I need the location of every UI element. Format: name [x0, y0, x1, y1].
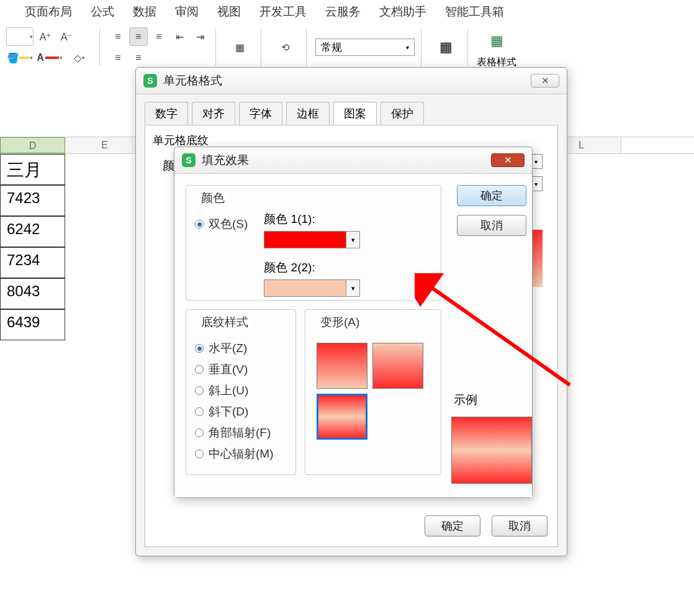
style-vertical-radio[interactable]: 垂直(V) [195, 361, 287, 378]
align-top-button[interactable]: ≡ [109, 27, 127, 46]
dialog-titlebar[interactable]: S 单元格格式 ✕ [136, 68, 567, 94]
fill-cancel-button[interactable]: 取消 [457, 215, 526, 236]
ribbon-tab[interactable]: 视图 [217, 4, 241, 20]
ribbon-tab[interactable]: 页面布局 [25, 4, 72, 20]
table-style-icon: ▦ [490, 33, 503, 49]
font-size-combo[interactable]: ▾ [6, 27, 34, 46]
align-center-button[interactable]: ≡ [129, 48, 148, 67]
format-cancel-button[interactable]: 取消 [492, 515, 548, 537]
color1-dropdown[interactable]: ▾ [264, 231, 360, 248]
style-corner-radio[interactable]: 角部辐射(F) [195, 425, 287, 441]
align-left-button[interactable]: ≡ [109, 48, 127, 67]
sample-preview [451, 417, 532, 484]
fill-dialog-titlebar[interactable]: S 填充效果 ✕ [174, 147, 532, 174]
ribbon-tab[interactable]: 数据 [133, 4, 156, 20]
number-format-select[interactable]: 常规▾ [315, 38, 415, 56]
variant-1[interactable] [317, 343, 367, 389]
two-color-radio[interactable]: 双色(S) [195, 216, 248, 232]
wrap-text-button[interactable]: ⟲ [270, 35, 300, 60]
ribbon-tab[interactable]: 智能工具箱 [445, 4, 504, 20]
color2-label: 颜色 2(2): [264, 260, 360, 276]
ribbon-tab[interactable]: 云服务 [325, 4, 361, 20]
color2-dropdown[interactable]: ▾ [264, 279, 360, 297]
column-header-e[interactable]: E [65, 137, 145, 153]
table-cell[interactable]: 6242 [0, 216, 65, 247]
style-group-label: 底纹样式 [199, 314, 251, 330]
ribbon-tab[interactable]: 审阅 [175, 4, 199, 20]
tab-number[interactable]: 数字 [145, 102, 188, 125]
active-cell[interactable]: 三月 [0, 154, 65, 185]
column-header-d[interactable]: D [0, 137, 65, 153]
fill-ok-button[interactable]: 确定 [457, 185, 526, 206]
close-icon: ✕ [504, 155, 512, 166]
format-ok-button[interactable]: 确定 [425, 515, 480, 537]
fill-dialog-title: 填充效果 [202, 152, 249, 168]
table-style-button[interactable]: ▦ [481, 26, 512, 56]
table-cell[interactable]: 6439 [0, 309, 65, 340]
indent-decrease-button[interactable]: ⇤ [170, 27, 189, 46]
conditional-format-button[interactable]: ▦ [430, 32, 461, 62]
ribbon-tab[interactable]: 文档助手 [379, 4, 426, 20]
merge-icon: ▦ [235, 42, 245, 53]
table-cell[interactable]: 7423 [0, 185, 65, 216]
style-diag-down-radio[interactable]: 斜下(D) [195, 404, 287, 420]
bucket-icon: 🪣 [7, 52, 19, 64]
eraser-button[interactable]: ◇▾ [66, 48, 93, 67]
ribbon-tab[interactable]: 开发工具 [259, 4, 307, 20]
tab-border[interactable]: 边框 [286, 102, 330, 125]
eraser-icon: ◇ [74, 52, 81, 64]
fill-effects-dialog: S 填充效果 ✕ 颜色 双色(S) 颜色 1(1): ▾ 颜色 2(2): [174, 147, 533, 498]
align-middle-button[interactable]: ≡ [129, 27, 148, 46]
color-group-label: 颜色 [199, 190, 227, 206]
font-smaller-button[interactable]: A⁻ [57, 27, 76, 46]
color1-label: 颜色 1(1): [264, 211, 360, 227]
format-dialog-tabs: 数字 对齐 字体 边框 图案 保护 [136, 94, 567, 125]
font-larger-button[interactable]: A⁺ [36, 27, 55, 46]
style-center-radio[interactable]: 中心辐射(M) [195, 446, 287, 462]
tab-pattern[interactable]: 图案 [333, 102, 377, 125]
fill-dialog-close-button[interactable]: ✕ [491, 153, 525, 167]
align-bottom-button[interactable]: ≡ [150, 27, 168, 46]
ribbon-tabs: 页面布局 公式 数据 审阅 视图 开发工具 云服务 文档助手 智能工具箱 [0, 0, 694, 24]
variant-3[interactable] [317, 394, 367, 440]
toolbar: ▾ A⁺ A⁻ 🪣▾ A▾ ◇▾ ≡ ≡ ≡ ⇤ ⇥ [0, 24, 694, 71]
indent-increase-button[interactable]: ⇥ [191, 27, 209, 46]
style-diag-up-radio[interactable]: 斜上(U) [195, 383, 287, 399]
fill-color-button[interactable]: 🪣▾ [6, 48, 34, 67]
table-cell[interactable]: 7234 [0, 247, 65, 278]
cond-format-icon: ▦ [439, 39, 453, 55]
close-icon: ✕ [541, 75, 549, 86]
wps-logo-icon: S [143, 74, 157, 88]
dialog-close-button[interactable]: ✕ [531, 74, 559, 88]
shading-section-label: 单元格底纹 [153, 133, 550, 148]
sample-label: 示例 [454, 392, 477, 408]
ribbon-tab[interactable]: 公式 [91, 4, 114, 20]
style-horizontal-radio[interactable]: 水平(Z) [195, 340, 287, 356]
dialog-title: 单元格格式 [163, 73, 222, 89]
merge-cells-button[interactable]: ▦ [225, 35, 255, 60]
variant-2[interactable] [372, 343, 423, 389]
wrap-icon: ⟲ [281, 42, 289, 53]
table-cell[interactable]: 8043 [0, 278, 65, 309]
wps-logo-icon: S [182, 153, 196, 167]
font-color-button[interactable]: A▾ [36, 48, 63, 67]
tab-protect[interactable]: 保护 [381, 102, 424, 125]
tab-font[interactable]: 字体 [239, 102, 282, 125]
variant-group-label: 变形(A) [318, 314, 362, 330]
tab-align[interactable]: 对齐 [192, 102, 235, 125]
